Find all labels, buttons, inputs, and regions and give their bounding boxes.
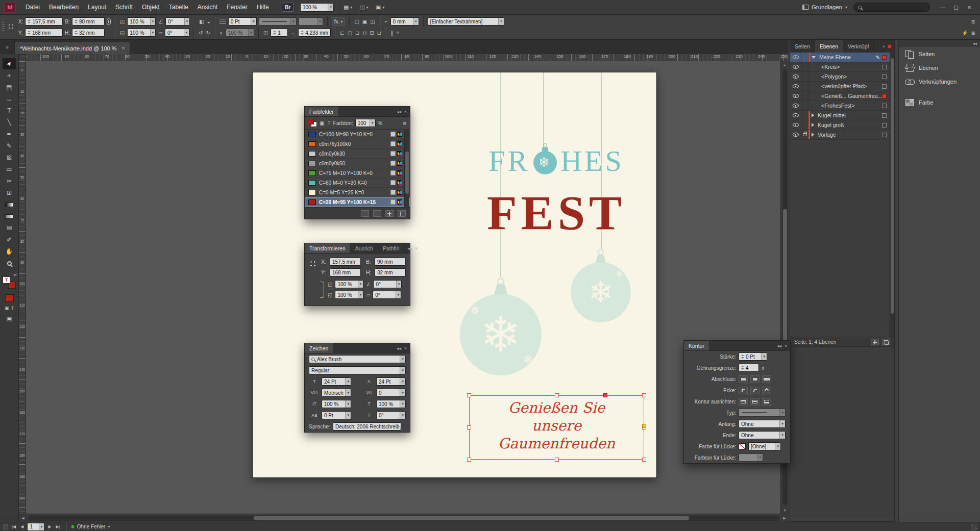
zoom-level-select[interactable]: 100 % ▾	[300, 3, 334, 12]
selection-handle[interactable]	[555, 458, 559, 462]
menu-item[interactable]: Hilfe	[252, 4, 274, 11]
new-color-group-button[interactable]	[361, 210, 369, 217]
show-swatch-kinds-button[interactable]	[373, 210, 381, 217]
lock-toggle[interactable]	[801, 111, 808, 120]
close-tab-icon[interactable]: ×	[122, 45, 125, 51]
type-tool[interactable]: T	[3, 105, 16, 116]
round-join-button[interactable]	[750, 387, 760, 394]
lock-toggle[interactable]	[801, 101, 808, 110]
swatch-row[interactable]: c0m0y0k30	[305, 149, 410, 159]
previous-page-button[interactable]: ◀	[19, 524, 24, 529]
lock-toggle[interactable]	[801, 91, 808, 100]
layer-name[interactable]: <FrohesFest>	[821, 103, 854, 109]
horizontal-scale-field[interactable]: 100 %▾	[376, 400, 406, 408]
selection-proxy[interactable]	[882, 94, 887, 98]
selection-proxy[interactable]	[882, 65, 887, 69]
swatch-row[interactable]: C=75 M=10 Y=100 K=0	[305, 168, 410, 178]
layer-name[interactable]: <verknüpfter Pfad>	[821, 83, 867, 89]
stroke-style-select[interactable]: ▾	[259, 17, 297, 26]
swatch-row[interactable]: c0m0y0k50	[305, 159, 410, 168]
scale-x-field[interactable]: 100 %▾	[127, 17, 156, 26]
stroke-variant-select[interactable]: ▾	[299, 17, 323, 26]
collapse-panel-icon[interactable]: ◂◂	[408, 246, 412, 251]
delete-swatch-button[interactable]	[398, 210, 406, 217]
collapse-panel-icon[interactable]: ◂◂	[397, 346, 401, 351]
dock-item-farbe[interactable]: Farbe	[899, 95, 980, 109]
distribute-vertical-button[interactable]: ≡	[396, 30, 400, 36]
scroll-up-icon[interactable]: ▲	[783, 61, 787, 68]
close-panel-icon[interactable]: ×	[404, 346, 407, 351]
swatch-row[interactable]: C=0 M=5 Y=25 K=0	[305, 188, 410, 197]
expander-icon[interactable]	[812, 113, 814, 117]
apply-color-button[interactable]	[5, 294, 14, 302]
effects-button[interactable]: fx.▾	[332, 17, 346, 26]
selection-handle[interactable]	[467, 425, 471, 429]
lock-toggle[interactable]	[801, 130, 808, 139]
miter-limit-field[interactable]: 4	[739, 364, 759, 372]
selection-tool[interactable]: ➤	[3, 58, 16, 69]
rotation-field[interactable]: 0°▾	[165, 17, 190, 26]
panel-tab[interactable]: Ausrich	[351, 243, 378, 253]
document-tab[interactable]: *Weihnachts-Menükarte.indd @ 100 % ×	[14, 42, 130, 54]
layer-row[interactable]: <Genieß... Gaumenfreu...> ✎	[790, 91, 890, 101]
align-stroke-inside-button[interactable]	[750, 398, 760, 406]
align-left-button[interactable]: ⊏	[339, 30, 345, 36]
view-options-button[interactable]: ▦ ▾	[340, 4, 355, 11]
stroke-end-select[interactable]: Ohne▾	[739, 431, 786, 439]
reference-point-proxy[interactable]	[7, 23, 15, 31]
layer-row[interactable]: <Kreis> ✎	[790, 62, 890, 72]
layer-row[interactable]: <FrohesFest> ✎	[790, 101, 890, 111]
menu-item[interactable]: Fenster	[222, 4, 252, 11]
font-style-select[interactable]: Regular▾	[309, 366, 406, 374]
visibility-toggle[interactable]	[790, 82, 801, 91]
fill-stroke-proxy[interactable]	[308, 119, 317, 127]
transform-shear-field[interactable]: 0°▾	[373, 291, 401, 299]
swatch-row[interactable]: c0m76y100k0	[305, 139, 410, 149]
bridge-button[interactable]: Br	[282, 3, 294, 12]
gap-tint-field[interactable]: ▾	[739, 453, 763, 462]
align-stroke-outside-button[interactable]	[762, 398, 771, 406]
reference-point-proxy[interactable]	[309, 260, 317, 268]
selection-handle[interactable]	[555, 393, 559, 397]
screen-mode-button[interactable]: ▣	[7, 315, 12, 322]
close-panel-icon[interactable]: ×	[404, 109, 407, 114]
layer-name[interactable]: Kugel groß	[818, 122, 844, 128]
lock-toggle[interactable]	[801, 62, 808, 71]
dock-item-ebenen[interactable]: Ebenen	[899, 61, 980, 74]
selection-proxy[interactable]	[882, 104, 887, 108]
dock-tab[interactable]: Seiten	[790, 40, 815, 53]
free-transform-tool[interactable]: ⊞	[3, 187, 16, 198]
miter-join-button[interactable]	[739, 387, 748, 394]
gradient-feather-tool[interactable]	[3, 211, 16, 222]
dock-tab[interactable]: Verknüpf	[843, 40, 874, 53]
expander-icon[interactable]	[812, 133, 814, 137]
selection-proxy[interactable]	[882, 74, 887, 79]
visibility-toggle[interactable]	[790, 72, 801, 81]
gradient-tool[interactable]	[3, 199, 16, 210]
direct-selection-tool[interactable]: ➤	[3, 70, 16, 81]
hand-tool[interactable]: ✋	[3, 246, 16, 257]
transform-height-field[interactable]: 32 mm	[375, 268, 406, 276]
layer-name[interactable]: <Polygon>	[821, 73, 847, 80]
visibility-toggle[interactable]	[790, 101, 801, 110]
workspace-switcher[interactable]: Grundlagen ▾	[802, 4, 847, 10]
rectangle-tool[interactable]: ▭	[3, 164, 16, 175]
selection-proxy[interactable]	[882, 84, 887, 89]
transform-rotation-field[interactable]: 0°▾	[373, 280, 402, 288]
layer-name[interactable]: <Genieß... Gaumenfreu...>	[821, 93, 882, 99]
screen-mode-button[interactable]: ◫ ▾	[356, 4, 371, 11]
horizontal-scrollbar[interactable]: ◀ ▶	[19, 514, 789, 522]
fill-proxy[interactable]: T	[3, 276, 10, 284]
formatting-affects-text-icon[interactable]: T	[11, 306, 14, 311]
language-select[interactable]: Deutsch: 2006 Rechtschreib...▾	[333, 422, 401, 431]
projecting-cap-button[interactable]	[762, 375, 771, 383]
stroke-type-select[interactable]: ▾	[739, 409, 786, 417]
rotate-ccw-button[interactable]: ↺	[198, 30, 203, 36]
align-bottom-button[interactable]: ⊔	[377, 30, 382, 36]
leading-field[interactable]: 24 Pt▾	[376, 377, 406, 386]
swatches-panel-tab[interactable]: Farbfelder	[305, 107, 339, 116]
visibility-toggle[interactable]	[790, 62, 801, 71]
scroll-left-icon[interactable]: ◀	[19, 516, 27, 520]
constrain-dimensions-icon[interactable]	[107, 18, 111, 25]
close-panel-icon[interactable]: ×	[785, 343, 787, 348]
